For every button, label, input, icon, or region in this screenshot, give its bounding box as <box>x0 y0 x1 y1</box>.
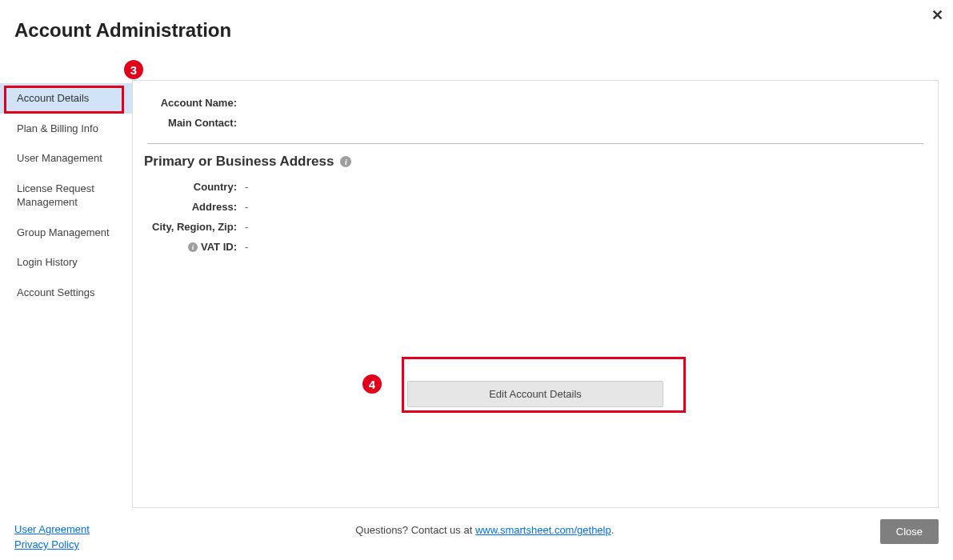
country-label: Country: <box>141 181 245 193</box>
info-icon[interactable]: i <box>340 156 351 167</box>
footer-help-text: Questions? Contact us at www.smartsheet.… <box>90 524 880 550</box>
page-title: Account Administration <box>0 0 953 42</box>
sidebar: Account Details Plan & Billing Info User… <box>0 80 132 508</box>
sidebar-item-account-settings[interactable]: Account Settings <box>0 278 132 308</box>
info-icon[interactable]: i <box>188 242 198 252</box>
help-link[interactable]: www.smartsheet.com/gethelp <box>475 524 611 536</box>
sidebar-item-plan-billing[interactable]: Plan & Billing Info <box>0 114 132 144</box>
sidebar-item-account-details[interactable]: Account Details <box>0 83 132 114</box>
annotation-badge-3: 3 <box>124 60 143 79</box>
main-contact-label: Main Contact: <box>141 117 245 129</box>
privacy-policy-link[interactable]: Privacy Policy <box>14 538 90 550</box>
sidebar-item-login-history[interactable]: Login History <box>0 247 132 278</box>
user-agreement-link[interactable]: User Agreement <box>14 523 90 535</box>
vat-id-label-text: VAT ID: <box>201 241 237 253</box>
vat-id-value: - <box>245 241 248 253</box>
help-prefix: Questions? Contact us at <box>355 524 475 536</box>
address-value: - <box>245 201 248 213</box>
address-label: Address: <box>141 201 245 213</box>
city-region-zip-label: City, Region, Zip: <box>141 221 245 233</box>
vat-id-label: i VAT ID: <box>141 241 245 253</box>
account-name-label: Account Name: <box>141 97 245 109</box>
close-icon-button[interactable]: ✕ <box>931 6 943 24</box>
sidebar-item-user-management[interactable]: User Management <box>0 143 132 174</box>
city-region-zip-value: - <box>245 221 248 233</box>
footer: User Agreement Privacy Policy Questions?… <box>0 519 953 550</box>
help-suffix: . <box>611 524 615 536</box>
sidebar-item-license-request[interactable]: License Request Management <box>0 174 132 218</box>
country-value: - <box>245 181 248 193</box>
address-section-header: Primary or Business Address i <box>141 154 923 170</box>
close-button[interactable]: Close <box>880 519 939 544</box>
main-panel: Account Name: Main Contact: Primary or B… <box>132 80 939 508</box>
divider <box>147 143 923 144</box>
annotation-badge-4: 4 <box>362 374 382 394</box>
sidebar-item-group-management[interactable]: Group Management <box>0 218 132 248</box>
address-heading-text: Primary or Business Address <box>144 154 334 170</box>
edit-account-details-button[interactable]: Edit Account Details <box>407 381 663 407</box>
